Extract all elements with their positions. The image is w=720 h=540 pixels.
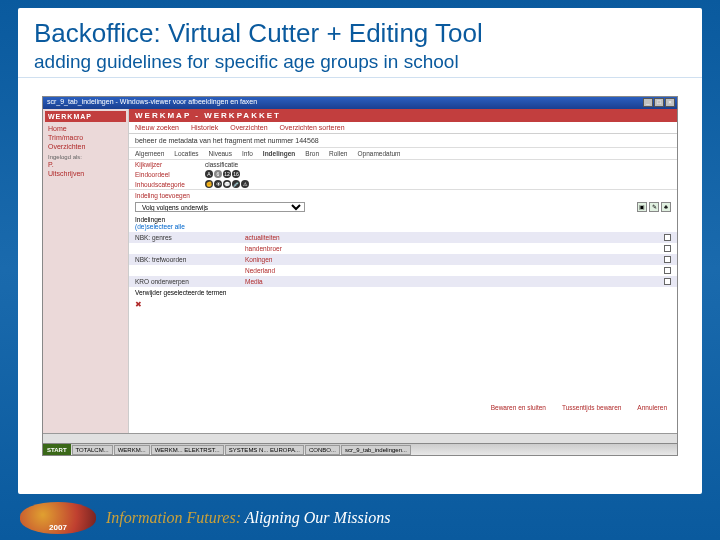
term-checkbox[interactable] — [664, 245, 671, 252]
content-icon[interactable]: 👁 — [214, 180, 222, 188]
edit-icon[interactable]: ✎ — [649, 202, 659, 212]
task-item[interactable]: TOTALCM... — [72, 445, 113, 455]
indeling-select[interactable]: Volg volgens onderwijs — [135, 202, 305, 212]
inhoud-label: Inhoudscategorie — [135, 181, 205, 188]
term-cat: NBK: genres — [135, 234, 245, 241]
tab-locaties[interactable]: Locaties — [174, 150, 198, 157]
subheader: beheer de metadata van het fragment met … — [129, 134, 677, 147]
main-header: WERKMAP - WERKPAKKET — [129, 109, 677, 122]
tab-niveaus[interactable]: Niveaus — [209, 150, 232, 157]
tab-algemeen[interactable]: Algemeen — [135, 150, 164, 157]
content-icons[interactable]: ✊ 👁 💬 💉 ⚠ — [205, 180, 249, 188]
slide-panel: Backoffice: Virtual Cutter + Editing Too… — [18, 8, 702, 494]
tab-historiek[interactable]: Historiek — [191, 124, 218, 131]
sidebar-login-label: Ingelogd als: — [45, 151, 126, 160]
indeling-select-row: Volg volgens onderwijs ▣ ✎ ♣ — [129, 200, 677, 214]
sidebar-item-trim[interactable]: Trim/macro — [45, 133, 126, 142]
term-row: NBK: trefwoorden Koningen — [129, 254, 677, 265]
content-icon[interactable]: ✊ — [205, 180, 213, 188]
term-row: KRO onderwerpen Media — [129, 276, 677, 287]
indelingen-label: Indelingen — [135, 216, 671, 223]
tab-indelingen[interactable]: Indelingen — [263, 150, 296, 157]
term-row: NBK: genres actualiteiten — [129, 232, 677, 243]
deselect-all-link[interactable]: (de)selecteer alle — [135, 223, 185, 230]
window-title-text: scr_9_tab_indelingen - Windows-viewer vo… — [47, 98, 257, 105]
taskbar: START TOTALCM... WERKM... WERKM... ELEKT… — [43, 443, 677, 455]
rating-icon[interactable]: 6 — [214, 170, 222, 178]
add-icon[interactable]: ▣ — [637, 202, 647, 212]
content-icon[interactable]: ⚠ — [241, 180, 249, 188]
rating-icons[interactable]: A 6 12 16 — [205, 170, 240, 178]
footer-tagline: Information Futures: Aligning Our Missio… — [106, 509, 390, 527]
sidebar: WERKMAP Home Trim/macro Overzichten Inge… — [43, 109, 129, 435]
term-checkbox[interactable] — [664, 256, 671, 263]
rating-icon[interactable]: 16 — [232, 170, 240, 178]
sidebar-logout[interactable]: Uitschrijven — [45, 169, 126, 178]
sidebar-user: P. — [45, 160, 126, 169]
sub-tabs: Algemeen Locaties Niveaus Info Indelinge… — [129, 147, 677, 160]
window-titlebar: scr_9_tab_indelingen - Windows-viewer vo… — [43, 97, 677, 109]
action-save-close[interactable]: Bewaren en sluiten — [491, 404, 546, 411]
app-screenshot: scr_9_tab_indelingen - Windows-viewer vo… — [42, 96, 678, 456]
slide-subtitle: adding guidelines for specific age group… — [18, 49, 702, 78]
task-item[interactable]: WERKM... ELEKTRST... — [151, 445, 224, 455]
task-item[interactable]: WERKM... — [114, 445, 150, 455]
task-item[interactable]: CONBO... — [305, 445, 340, 455]
kijkwijzer-label: Kijkwijzer — [135, 161, 205, 168]
rating-icon[interactable]: 12 — [223, 170, 231, 178]
task-item[interactable]: SYSTEMS N... EUROPA... — [225, 445, 304, 455]
tab-bron[interactable]: Bron — [305, 150, 319, 157]
tree-icon[interactable]: ♣ — [661, 202, 671, 212]
eindoordeel-label: Eindoordeel — [135, 171, 205, 178]
indeling-toevoegen-label: Indeling toevoegen — [129, 189, 677, 200]
sidebar-item-overz[interactable]: Overzichten — [45, 142, 126, 151]
tab-overzichten[interactable]: Overzichten — [230, 124, 267, 131]
task-item[interactable]: scr_9_tab_indelingen... — [341, 445, 411, 455]
educause-logo — [20, 502, 96, 534]
tab-nieuw-zoeken[interactable]: Nieuw zoeken — [135, 124, 179, 131]
top-tabs: Nieuw zoeken Historiek Overzichten Overz… — [129, 122, 677, 134]
remove-x-icon[interactable]: ✖ — [129, 298, 677, 311]
term-val: Koningen — [245, 256, 655, 263]
term-cat: KRO onderwerpen — [135, 278, 245, 285]
remove-terms: Verwijder geselecteerde termen — [129, 287, 677, 298]
footer-line2: Aligning Our Missions — [245, 509, 391, 526]
footer-line1: Information Futures: — [106, 509, 241, 526]
maximize-button[interactable]: □ — [654, 98, 664, 107]
term-row: handenbroer — [129, 243, 677, 254]
term-checkbox[interactable] — [664, 278, 671, 285]
term-val: handenbroer — [245, 245, 655, 252]
sidebar-item-home[interactable]: Home — [45, 124, 126, 133]
field-eindoordeel: Eindoordeel A 6 12 16 — [129, 169, 677, 179]
indelingen-header: Indelingen (de)selecteer alle — [129, 214, 677, 232]
tab-opnamedatum[interactable]: Opnamedatum — [358, 150, 401, 157]
field-kijkwijzer: Kijkwijzer classificatie — [129, 160, 677, 169]
term-row: Nederland — [129, 265, 677, 276]
term-checkbox[interactable] — [664, 267, 671, 274]
minimize-button[interactable]: _ — [643, 98, 653, 107]
close-button[interactable]: × — [665, 98, 675, 107]
sidebar-header: WERKMAP — [45, 111, 126, 122]
term-checkbox[interactable] — [664, 234, 671, 241]
slide-title: Backoffice: Virtual Cutter + Editing Too… — [18, 8, 702, 49]
tab-overzichten-sort[interactable]: Overzichten sorteren — [280, 124, 345, 131]
slide-footer: Information Futures: Aligning Our Missio… — [20, 502, 700, 534]
bottom-actions: Bewaren en sluiten Tussentijds bewaren A… — [491, 404, 667, 411]
kijkwijzer-value: classificatie — [205, 161, 238, 168]
term-val: actualiteiten — [245, 234, 655, 241]
content-icon[interactable]: 💉 — [232, 180, 240, 188]
term-val: Nederland — [245, 267, 655, 274]
rating-icon[interactable]: A — [205, 170, 213, 178]
main-content: WERKMAP - WERKPAKKET Nieuw zoeken Histor… — [129, 109, 677, 435]
status-bar — [43, 433, 677, 443]
action-cancel[interactable]: Annuleren — [637, 404, 667, 411]
field-inhoud: Inhoudscategorie ✊ 👁 💬 💉 ⚠ — [129, 179, 677, 189]
content-icon[interactable]: 💬 — [223, 180, 231, 188]
term-cat: NBK: trefwoorden — [135, 256, 245, 263]
tab-info[interactable]: Info — [242, 150, 253, 157]
term-val: Media — [245, 278, 655, 285]
start-button[interactable]: START — [43, 444, 71, 455]
action-save[interactable]: Tussentijds bewaren — [562, 404, 621, 411]
tab-rollen[interactable]: Rollen — [329, 150, 347, 157]
